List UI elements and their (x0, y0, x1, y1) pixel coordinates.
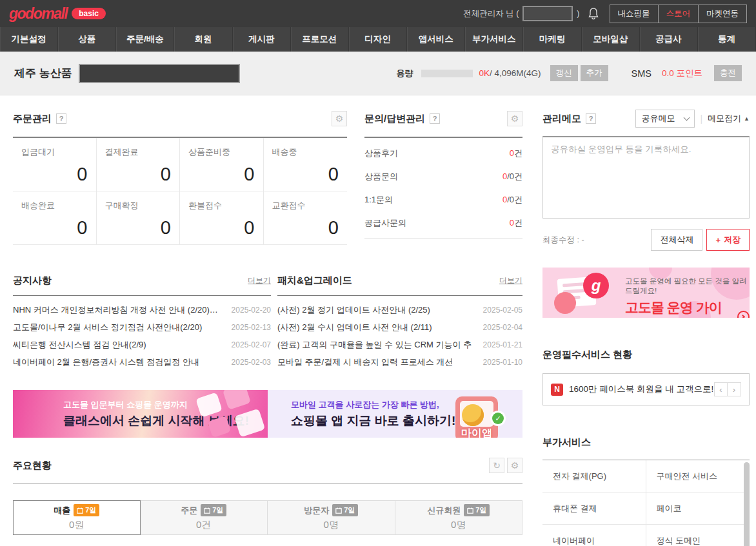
gear-icon[interactable]: ⚙ (507, 111, 522, 126)
patch-upgrade-panel: 패치&업그레이드 더보기 (사전) 2월 정기 업데이트 사전안내 (2/25)… (277, 271, 522, 371)
main-nav: 기본설정 상품 주문/배송 회원 게시판 프로모션 디자인 앱서비스 부가서비스… (0, 27, 756, 52)
refresh-icon[interactable]: ↻ (489, 458, 504, 473)
tab-new-members[interactable]: 신규회원 7일 0명 (395, 500, 523, 535)
memo-type-select[interactable]: 공유메모 (635, 110, 695, 128)
sms-label: SMS (632, 68, 652, 79)
logo-text: godomall (9, 5, 67, 23)
nav-item-products[interactable]: 상품 (58, 27, 116, 52)
nav-item-promotions[interactable]: 프로모션 (291, 27, 349, 52)
nav-item-suppliers[interactable]: 공급사 (640, 27, 698, 52)
divider: | (700, 113, 702, 124)
help-icon[interactable]: ? (56, 113, 66, 124)
divider (13, 483, 522, 483)
nav-item-marketing[interactable]: 마케팅 (523, 27, 581, 52)
memo-clear-button[interactable]: 전체삭제 (651, 229, 702, 251)
patch-more-link[interactable]: 더보기 (499, 275, 522, 286)
help-icon[interactable]: ? (586, 113, 596, 124)
inquiry-row-supplier[interactable]: 공급사문의 0건 (364, 211, 522, 235)
order-status-grid: 입금대기 0 결제완료 0 상품준비중 0 배송중 0 (13, 137, 347, 245)
key-status-panel: 주요현황 ↻ ⚙ 매출 7일 0원 주문 7일 (13, 456, 522, 546)
addon-services-title: 부가서비스 (542, 436, 591, 449)
plus-icon: + (715, 235, 721, 245)
capacity-add-button[interactable]: 추가 (581, 65, 608, 81)
nav-item-mobile-shop[interactable]: 모바일샵 (582, 27, 640, 52)
bell-icon[interactable] (588, 7, 599, 20)
notice-more-link[interactable]: 더보기 (248, 275, 271, 286)
order-cell-shipping[interactable]: 배송중 0 (264, 138, 348, 191)
nav-item-members[interactable]: 회원 (174, 27, 232, 52)
store-button[interactable]: 스토어 (659, 5, 699, 23)
sms-charge-button[interactable]: 충전 (714, 65, 742, 81)
admin-masked-input[interactable] (522, 6, 573, 21)
order-cell-exchange-request[interactable]: 교환접수 0 (264, 191, 348, 245)
myapp-promo-banner[interactable]: 모바일 고객을 사로잡는 가장 빠른 방법, 쇼핑몰 앱 지금 바로 출시하기!… (268, 390, 522, 438)
memo-save-button[interactable]: +저장 (706, 229, 750, 251)
order-cell-delivered[interactable]: 배송완료 0 (13, 191, 97, 245)
next-arrow-button[interactable]: › (728, 382, 741, 396)
addon-cell-domain[interactable]: 정식 도메인 (646, 525, 750, 546)
patch-item[interactable]: 모바일 주문/결제 시 배송지 입력 프로세스 개선2025-01-10 (277, 353, 522, 371)
godomall-logo[interactable]: godomall basic (9, 5, 106, 23)
essential-services-panel: 운영필수서비스 현황 N 1600만 페이스북 회원을 내 고객으로! ‹ › (542, 345, 750, 405)
order-cell-purchase-confirmed[interactable]: 구매확정 0 (97, 191, 181, 245)
shop-info-bar: 제주 농산품 용량 0K / 4,096M(4G) 갱신 추가 SMS 0.0 … (0, 52, 756, 95)
essential-services-title: 운영필수서비스 현황 (542, 349, 632, 361)
nav-item-basic-settings[interactable]: 기본설정 (0, 27, 58, 52)
nav-item-orders-shipping[interactable]: 주문/배송 (116, 27, 174, 52)
memo-panel: 관리메모 ? 공유메모 | 메모접기▲ 최종수정 : - 전체삭제 +저장 (542, 109, 750, 251)
addon-cell-naverpay[interactable]: 네이버페이 (542, 525, 646, 546)
addon-cell-escrow[interactable]: 구매안전 서비스 (646, 460, 750, 492)
nav-item-boards[interactable]: 게시판 (233, 27, 291, 52)
order-cell-deposit-wait[interactable]: 입금대기 0 (13, 138, 97, 191)
patch-item[interactable]: (완료) 고객의 구매율을 높일 수 있는 CRM 기능이 추2025-01-2… (277, 336, 522, 353)
patch-item[interactable]: (사전) 2월 수시 업데이트 사전 안내 (2/11)2025-02-04 (277, 318, 522, 336)
memo-title: 관리메모 (542, 113, 581, 125)
nav-item-addon-service[interactable]: 부가서비스 (465, 27, 523, 52)
inquiry-row-one-to-one[interactable]: 1:1문의 0/0건 (364, 188, 522, 211)
gear-icon[interactable]: ⚙ (332, 111, 347, 126)
market-link-button[interactable]: 마켓연동 (699, 5, 747, 23)
patch-item[interactable]: (사전) 2월 정기 업데이트 사전안내 (2/25)2025-02-05 (277, 301, 522, 318)
order-management-panel: 주문관리 ? ⚙ 입금대기 0 결제완료 0 상품준비중 0 (13, 109, 347, 245)
capacity-refresh-button[interactable]: 갱신 (550, 65, 578, 81)
notice-item[interactable]: 씨티은행 전산시스템 점검 안내(2/9)2025-02-07 (13, 336, 271, 353)
tab-orders[interactable]: 주문 7일 0건 (141, 500, 268, 535)
order-cell-preparing[interactable]: 상품준비중 0 (180, 138, 264, 191)
order-cell-refund-request[interactable]: 환불접수 0 (180, 191, 264, 245)
nav-item-app-service[interactable]: 앱서비스 (407, 27, 465, 52)
prev-arrow-button[interactable]: ‹ (714, 382, 728, 396)
order-management-title: 주문관리 (13, 113, 52, 125)
capacity-progress-bar (421, 70, 473, 77)
nav-item-design[interactable]: 디자인 (349, 27, 407, 52)
essential-service-item[interactable]: 1600만 페이스북 회원을 내 고객으로! (569, 384, 713, 395)
inquiry-row-product-qna[interactable]: 상품문의 0/0건 (364, 165, 522, 188)
memo-textarea[interactable] (542, 136, 750, 219)
envelope-illustration: g (553, 274, 614, 311)
myapp-banner-title: 쇼핑몰 앱 지금 바로 출시하기! (291, 413, 455, 429)
addon-cell-payco[interactable]: 페이코 (646, 492, 750, 525)
sms-points: 0.0 포인트 (662, 68, 702, 79)
help-icon[interactable]: ? (430, 113, 440, 124)
collapse-arrow-icon: ▲ (744, 115, 750, 122)
tab-sales[interactable]: 매출 7일 0원 (13, 500, 141, 535)
nav-item-statistics[interactable]: 통계 (698, 27, 756, 52)
scrollbar-thumb[interactable] (744, 462, 750, 546)
order-cell-payment-done[interactable]: 결제완료 0 (97, 138, 181, 191)
operation-guide-banner[interactable]: g 고도몰 운영에 필요한 모든 것을 알려 드릴게요! 고도몰 운영 가이드 (542, 268, 750, 318)
notice-item[interactable]: 고도몰/이나무 2월 서비스 정기점검 사전안내(2/20)2025-02-13 (13, 318, 271, 336)
tab-visitors[interactable]: 방문자 7일 0명 (268, 500, 395, 535)
addon-cell-pg[interactable]: 전자 결제(PG) (542, 460, 646, 492)
inquiry-row-review[interactable]: 상품후기 0건 (364, 142, 522, 165)
notice-item[interactable]: NHN 커머스 개인정보처리방침 개정 사전 안내 (2/20)…2025-02… (13, 301, 271, 318)
essential-services-carousel: N 1600만 페이스북 회원을 내 고객으로! ‹ › (542, 373, 750, 405)
gear-icon[interactable]: ⚙ (507, 458, 522, 473)
shop-domain-masked-input[interactable] (79, 64, 240, 83)
logo-basic-badge: basic (72, 8, 106, 19)
class-promo-banner[interactable]: 고도몰 입문부터 쇼핑몰 운영까지 클래스에서 손쉽게 시작해 보세요! (13, 390, 268, 438)
memo-collapse-link[interactable]: 메모접기▲ (708, 113, 750, 124)
notice-item[interactable]: 네이버페이 2월 은행/증권사 시스템 점검일정 안내2025-02-03 (13, 353, 271, 371)
my-shop-button[interactable]: 내쇼핑몰 (610, 5, 659, 23)
addon-cell-mobile-payment[interactable]: 휴대폰 결제 (542, 492, 646, 525)
naver-badge-icon: N (551, 384, 563, 396)
guide-banner-title: 고도몰 운영 가이드 (625, 298, 733, 318)
